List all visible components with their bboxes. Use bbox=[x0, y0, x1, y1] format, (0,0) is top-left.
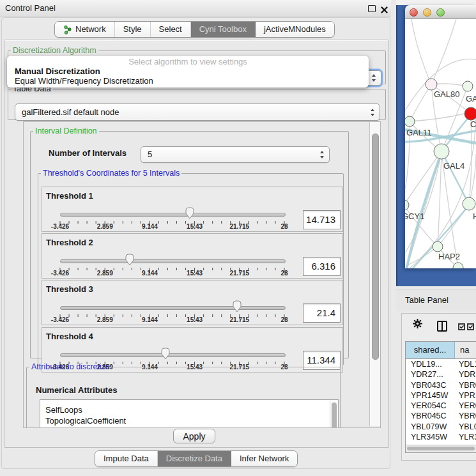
threshold-panel: Threshold 1-3.4262.8599.14415.4321.71528… bbox=[42, 187, 343, 232]
cyni-mode-tabs: Impute DataDiscretize DataInfer Network bbox=[95, 450, 298, 467]
slider-thumb[interactable] bbox=[161, 348, 170, 360]
table-row[interactable]: YER054CYER0 bbox=[406, 401, 476, 411]
network-node[interactable] bbox=[464, 107, 476, 120]
table-data-group: Table Data galFiltered.sif default node bbox=[8, 84, 386, 120]
split-columns-icon[interactable] bbox=[437, 321, 447, 332]
network-node[interactable] bbox=[433, 242, 443, 252]
slider-track[interactable] bbox=[60, 306, 286, 310]
tab-style[interactable]: Style bbox=[115, 22, 151, 37]
network-node[interactable] bbox=[434, 144, 449, 159]
table-panel-toolbar bbox=[402, 314, 476, 341]
threshold-value-field[interactable]: 6.316 bbox=[303, 257, 341, 276]
tab-label: Network bbox=[75, 22, 106, 36]
tab-label: Discretize Data bbox=[166, 452, 222, 466]
network-node[interactable] bbox=[426, 79, 437, 90]
checked-column-icon[interactable] bbox=[467, 321, 474, 333]
checked-column-icon[interactable] bbox=[458, 321, 465, 333]
slider-thumb[interactable] bbox=[185, 207, 194, 219]
table-row[interactable]: YBL079WYBL0 bbox=[406, 422, 476, 432]
network-canvas[interactable]: GAL80GACGAL11GAL4GCY1HHAP2 bbox=[405, 19, 476, 268]
network-node[interactable] bbox=[405, 116, 415, 127]
tab-jactivemnodules[interactable]: jActiveMNodules bbox=[256, 22, 334, 37]
cell-shared-name: YDR27... bbox=[406, 369, 454, 380]
cell-shared-name: YDL19... bbox=[406, 359, 454, 369]
zoom-traffic-light-icon[interactable] bbox=[436, 8, 445, 17]
table-row[interactable]: YDR27...YDR2 bbox=[406, 369, 476, 380]
mode-tab-impute-data[interactable]: Impute Data bbox=[95, 451, 158, 466]
thresholds-group-title: Threshold's Coordinates for 5 Intervals bbox=[41, 169, 181, 178]
threshold-panel: Threshold 2-3.4262.8599.14415.4321.71528… bbox=[42, 233, 343, 279]
slider-track[interactable] bbox=[60, 213, 286, 217]
mode-tab-infer-network[interactable]: Infer Network bbox=[231, 451, 297, 466]
threshold-label: Threshold 4 bbox=[46, 332, 93, 341]
list-item[interactable]: TopologicalCoefficient bbox=[45, 415, 338, 426]
thresholds-group: Threshold's Coordinates for 5 Intervals … bbox=[38, 169, 344, 365]
slider-thumb[interactable] bbox=[125, 254, 134, 266]
tick-label: 15.43 bbox=[187, 270, 203, 277]
algorithm-option-manual[interactable]: Manual Discretization bbox=[15, 66, 100, 77]
table-row[interactable]: YDL19...YDL1 bbox=[406, 359, 476, 369]
slider-track[interactable] bbox=[60, 259, 286, 263]
threshold-value-field[interactable]: 14.713 bbox=[303, 210, 341, 229]
close-icon[interactable] bbox=[381, 4, 388, 12]
spinner-arrows-icon bbox=[320, 151, 325, 158]
attributes-list-scrollbar[interactable] bbox=[330, 400, 338, 428]
table-row[interactable]: YPR145WYPR1 bbox=[406, 390, 476, 401]
slider-thumb[interactable] bbox=[233, 300, 242, 312]
tick-label: 9.144 bbox=[142, 223, 158, 230]
network-node[interactable] bbox=[405, 200, 409, 210]
tick-label: 21.715 bbox=[230, 316, 250, 323]
gear-icon[interactable] bbox=[412, 318, 423, 332]
network-node[interactable] bbox=[453, 263, 463, 268]
mode-tab-discretize-data[interactable]: Discretize Data bbox=[158, 451, 231, 466]
network-node-label: GAL4 bbox=[443, 161, 464, 171]
settings-scrollpane: Interval Definition Number of Intervals … bbox=[23, 121, 381, 428]
table-row[interactable]: YIL052CYIL0 bbox=[406, 442, 476, 443]
node-table-rows: YDL19...YDL1YDR27...YDR2YBR043CYBR0YPR14… bbox=[406, 359, 476, 443]
number-of-intervals-label: Number of Intervals bbox=[49, 147, 127, 160]
table-hscroll-thumb[interactable] bbox=[407, 447, 475, 450]
table-row[interactable]: YBR045CYBR0 bbox=[406, 411, 476, 421]
tab-select[interactable]: Select bbox=[151, 22, 191, 37]
node-table-header[interactable]: shared... na bbox=[406, 342, 476, 359]
tick-label: -3.426 bbox=[51, 223, 69, 230]
interval-definition-title: Interval Definition bbox=[33, 127, 99, 135]
table-data-selected: galFiltered.sif default node bbox=[22, 104, 119, 120]
cell-name: YDL1 bbox=[454, 359, 476, 369]
threshold-label: Threshold 1 bbox=[46, 191, 93, 201]
minimize-traffic-light-icon[interactable] bbox=[423, 8, 431, 17]
settings-scrollbar[interactable] bbox=[369, 122, 380, 426]
tick-label: 28 bbox=[280, 223, 288, 230]
column-header-shared-name[interactable]: shared... bbox=[406, 342, 455, 358]
network-node[interactable] bbox=[463, 81, 473, 91]
cell-name: YPR1 bbox=[454, 390, 476, 401]
column-header-name[interactable]: na bbox=[455, 342, 476, 358]
numerical-attributes-list[interactable]: SelfLoopsTopologicalCoefficientBetweenne… bbox=[40, 399, 339, 428]
tick-label: 9.144 bbox=[142, 270, 158, 277]
apply-button[interactable]: Apply bbox=[173, 429, 215, 443]
tab-cyni-toolbox[interactable]: Cyni Toolbox bbox=[191, 22, 256, 37]
number-of-intervals-combobox[interactable]: 5 bbox=[141, 146, 330, 163]
list-item[interactable]: BetweennessCentrality bbox=[45, 426, 338, 428]
algorithm-option-equal-width[interactable]: Equal Width/Frequency Discretization bbox=[15, 76, 153, 86]
network-node[interactable] bbox=[463, 197, 475, 210]
threshold-value-field[interactable]: 21.4 bbox=[303, 303, 341, 323]
table-panel-body: shared... na YDL19...YDL1YDR27...YDR2YBR… bbox=[401, 313, 476, 461]
float-window-icon[interactable] bbox=[368, 5, 376, 12]
cell-shared-name: YBR043C bbox=[406, 380, 454, 390]
table-data-combobox[interactable]: galFiltered.sif default node bbox=[15, 104, 380, 121]
list-item[interactable]: SelfLoops bbox=[45, 404, 338, 415]
table-row[interactable]: YBR043CYBR0 bbox=[406, 380, 476, 390]
tick-label: 2.859 bbox=[97, 270, 113, 277]
slider-track[interactable] bbox=[60, 353, 286, 357]
table-row[interactable]: YLR345WYLR3 bbox=[406, 432, 476, 442]
network-window-titlebar[interactable] bbox=[405, 5, 476, 19]
settings-scrollbar-thumb[interactable] bbox=[372, 134, 379, 360]
control-panel-titlebar: Control Panel bbox=[0, 0, 391, 17]
network-desktop: GAL80GACGAL11GAL4GCY1HHAP2 bbox=[396, 5, 476, 286]
close-traffic-light-icon[interactable] bbox=[410, 8, 418, 17]
network-view-window: GAL80GACGAL11GAL4GCY1HHAP2 bbox=[405, 5, 476, 268]
network-node-label: H bbox=[473, 211, 476, 221]
tab-network[interactable]: Network bbox=[55, 22, 115, 37]
table-horizontal-scrollbar[interactable] bbox=[406, 445, 476, 452]
